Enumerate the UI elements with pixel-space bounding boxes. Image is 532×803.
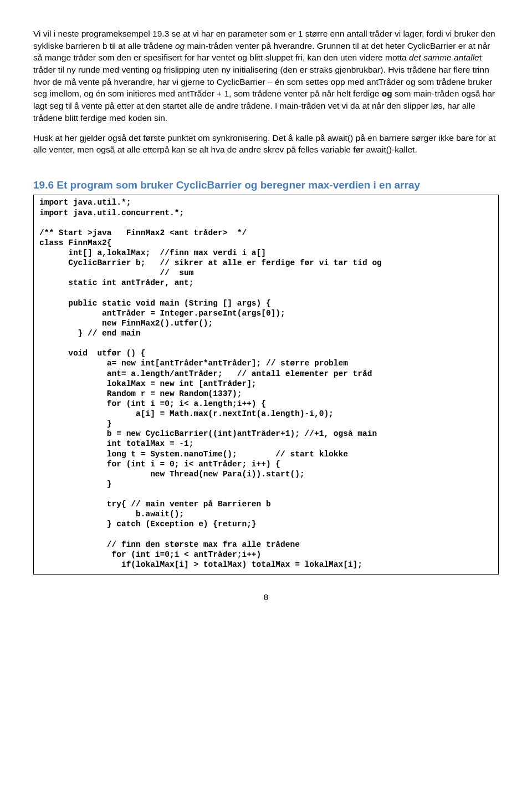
- paragraph-1: Vi vil i neste programeksempel 19.3 se a…: [33, 28, 499, 124]
- bold-text: og: [382, 89, 392, 98]
- section-heading: 19.6 Et program som bruker CyclicBarrier…: [33, 178, 499, 193]
- code-block: import java.util.*; import java.util.con…: [33, 195, 499, 575]
- paragraph-2: Husk at her gjelder også det første punk…: [33, 132, 499, 156]
- italic-text: det samme antalle: [409, 53, 479, 62]
- italic-text: og: [175, 41, 185, 50]
- page-number: 8: [33, 591, 499, 603]
